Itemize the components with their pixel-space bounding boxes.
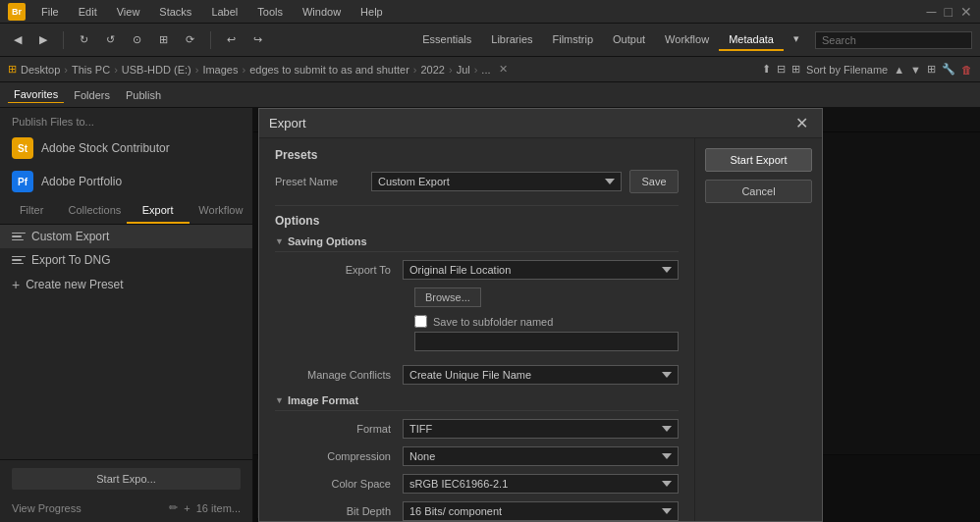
sort-arrow-down[interactable]: ▼ [910, 64, 921, 76]
breadcrumb-tools-icon[interactable]: 🔧 [942, 63, 955, 76]
back-button[interactable]: ◀ [8, 31, 27, 48]
export-to-select[interactable]: Original File LocationSpecific FolderSam… [403, 260, 679, 280]
menu-edit[interactable]: Edit [75, 4, 101, 20]
view-progress-label[interactable]: View Progress [12, 502, 82, 514]
subfolder-input[interactable] [414, 332, 679, 351]
start-export-button[interactable]: Start Export [705, 148, 812, 172]
redo-button[interactable]: ↪ [247, 31, 268, 48]
color-space-label: Color Space [275, 478, 403, 490]
breadcrumb-delete-icon[interactable]: 🗑 [961, 64, 972, 76]
breadcrumb-desktop[interactable]: Desktop [21, 64, 60, 76]
menu-stacks[interactable]: Stacks [155, 4, 195, 20]
tab-output[interactable]: Output [603, 29, 655, 51]
menu-view[interactable]: View [113, 4, 144, 20]
sidebar: Publish Files to... St Adobe Stock Contr… [0, 108, 253, 522]
save-preset-button[interactable]: Save [629, 170, 679, 193]
image-format-arrow: ▼ [275, 395, 284, 405]
undo-button[interactable]: ↩ [221, 31, 242, 48]
items-count: 16 item... [196, 502, 241, 514]
subfolder-checkbox[interactable] [414, 315, 427, 328]
menu-bar: Br File Edit View Stacks Label Tools Win… [0, 0, 980, 24]
tab-workflow[interactable]: Workflow [655, 29, 719, 51]
dialog-title-bar: Export ✕ [259, 109, 822, 138]
export-dialog: Export ✕ Presets Preset Name Custom E [258, 108, 823, 522]
edit-icon[interactable]: ✏ [169, 501, 178, 514]
tab-filmstrip[interactable]: Filmstrip [543, 29, 604, 51]
tab-more[interactable]: ▾ [784, 28, 809, 51]
saving-options-header[interactable]: ▼ Saving Options [275, 235, 679, 252]
camera-button[interactable]: ⊙ [127, 31, 147, 48]
modal-overlay: Export ✕ Presets Preset Name Custom E [253, 108, 980, 522]
saving-options-label: Saving Options [288, 235, 367, 247]
toolbar-separator-2 [210, 31, 211, 49]
sidebar-tab-workflow[interactable]: Workflow [190, 198, 252, 224]
menu-window[interactable]: Window [299, 4, 345, 20]
preset-name-select[interactable]: Custom Export [371, 172, 622, 191]
dialog-body: Presets Preset Name Custom Export Save O… [259, 138, 822, 521]
breadcrumb-close[interactable]: ✕ [499, 63, 508, 76]
app-logo: Br [8, 3, 26, 21]
menu-help[interactable]: Help [356, 4, 387, 20]
tab-libraries[interactable]: Libraries [481, 29, 542, 51]
sidebar-tab-filter[interactable]: Filter [0, 198, 63, 224]
rotate-cw-button[interactable]: ↻ [74, 31, 94, 48]
menu-tools[interactable]: Tools [253, 4, 287, 20]
forward-button[interactable]: ▶ [33, 31, 53, 48]
maximize-btn[interactable]: □ [945, 4, 953, 20]
sort-arrow-up[interactable]: ▲ [894, 64, 904, 76]
add-icon[interactable]: + [184, 502, 190, 514]
breadcrumb-jul[interactable]: Jul [457, 64, 470, 76]
sub-toolbar: Favorites Folders Publish [0, 82, 980, 108]
dialog-actions: Start Export Cancel [694, 138, 822, 521]
dialog-close-button[interactable]: ✕ [791, 114, 812, 132]
breadcrumb-images[interactable]: Images [202, 64, 238, 76]
sidebar-tab-collections[interactable]: Collections [63, 198, 126, 224]
manage-conflicts-select[interactable]: Create Unique File NameOverwriteSkip [403, 365, 679, 385]
start-export-button[interactable]: Start Expo... [12, 468, 241, 490]
publish-files-label[interactable]: Publish Files to... [12, 116, 241, 128]
close-btn[interactable]: ✕ [960, 4, 972, 20]
format-label: Format [275, 423, 403, 435]
dialog-form: Presets Preset Name Custom Export Save O… [259, 138, 694, 521]
sidebar-adobe-portfolio[interactable]: Pf Adobe Portfolio [0, 165, 252, 198]
sidebar-tab-export[interactable]: Export [127, 198, 190, 224]
breadcrumb-upload-icon[interactable]: ⬆ [762, 63, 771, 76]
format-select[interactable]: TIFFJPEGPNGPSD [403, 419, 679, 439]
dialog-title: Export [269, 116, 306, 130]
export-item-create-preset[interactable]: + Create new Preset [0, 272, 252, 297]
adobe-stock-icon: St [12, 137, 33, 159]
color-space-select[interactable]: sRGB IEC61966-2.1Adobe RGBProPhoto RGB [403, 474, 679, 494]
compression-select[interactable]: NoneLZWZIP [403, 446, 679, 466]
preset-name-label: Preset Name [275, 176, 363, 187]
breadcrumb-pc[interactable]: This PC [72, 64, 110, 76]
breadcrumb-filter-icon[interactable]: ⊟ [777, 63, 786, 76]
breadcrumb-view-icons[interactable]: ⊞ [927, 63, 936, 76]
minimize-btn[interactable]: ─ [927, 4, 937, 20]
menu-file[interactable]: File [37, 4, 63, 20]
image-format-label: Image Format [288, 394, 358, 406]
cancel-button[interactable]: Cancel [705, 180, 812, 203]
subtab-folders[interactable]: Folders [68, 87, 116, 103]
breadcrumb-view-icon[interactable]: ⊞ [791, 63, 800, 76]
tab-essentials[interactable]: Essentials [412, 29, 481, 51]
menu-label[interactable]: Label [207, 4, 242, 20]
tab-metadata[interactable]: Metadata [719, 29, 784, 51]
rotate-ccw-button[interactable]: ↺ [100, 31, 121, 48]
bridge-button[interactable]: ⊞ [153, 31, 174, 48]
image-format-header[interactable]: ▼ Image Format [275, 394, 679, 411]
export-item-custom[interactable]: Custom Export [0, 225, 252, 248]
refresh-button[interactable]: ⟳ [180, 31, 200, 48]
export-dng-icon [12, 256, 26, 265]
subtab-publish[interactable]: Publish [120, 87, 167, 103]
breadcrumb-usb[interactable]: USB-HDD (E:) [122, 64, 191, 76]
breadcrumb-2022[interactable]: 2022 [420, 64, 444, 76]
sidebar-adobe-stock[interactable]: St Adobe Stock Contributor [0, 131, 252, 165]
breadcrumb-ellipsis[interactable]: ... [481, 64, 490, 76]
subfolder-row: Save to subfolder named [275, 315, 679, 328]
bit-depth-select[interactable]: 8 Bits/ component16 Bits/ component32 Bi… [403, 501, 679, 521]
search-input[interactable] [815, 31, 972, 49]
export-item-dng[interactable]: Export To DNG [0, 248, 252, 272]
subtab-favorites[interactable]: Favorites [8, 86, 64, 103]
browse-button[interactable]: Browse... [414, 287, 481, 307]
breadcrumb-edges[interactable]: edges to submit to as and shutter [249, 64, 409, 76]
